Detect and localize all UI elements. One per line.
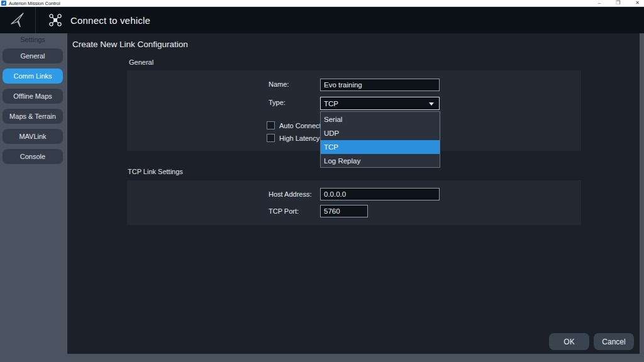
sidebar-item-maps-terrain[interactable]: Maps & Terrain [3, 109, 63, 124]
sidebar-item-mavlink[interactable]: MAVLink [3, 129, 63, 144]
name-label: Name: [269, 80, 289, 88]
tcp-section-panel [127, 180, 581, 225]
horizontal-scrollbar[interactable] [0, 354, 644, 362]
sidebar-heading: Settings [0, 36, 65, 43]
type-label: Type: [269, 99, 286, 106]
header-title: Connect to vehicle [70, 15, 150, 26]
tcp-port-input[interactable] [320, 205, 368, 217]
high-latency-checkbox[interactable] [267, 134, 275, 142]
auterion-logo-icon [0, 7, 36, 33]
maximize-button[interactable]: ❐ [616, 0, 620, 6]
type-combobox[interactable]: TCP [320, 97, 440, 110]
host-address-input[interactable] [320, 188, 440, 200]
settings-panel: Create New Link Configuration General Na… [67, 33, 640, 354]
titlebar: Auterion Mission Control – ❐ ✕ [0, 0, 644, 7]
general-section-heading: General [129, 58, 153, 66]
sidebar-item-console[interactable]: Console [3, 149, 63, 164]
app-title: Auterion Mission Control [9, 1, 60, 6]
sidebar-item-offline-maps[interactable]: Offline Maps [3, 89, 63, 104]
dropdown-option-serial[interactable]: Serial [321, 112, 440, 126]
header: Connect to vehicle [0, 7, 644, 33]
chevron-down-icon [429, 102, 434, 106]
vertical-scrollbar[interactable] [640, 33, 644, 354]
cancel-button[interactable]: Cancel [594, 333, 634, 350]
sidebar-item-comm-links[interactable]: Comm Links [3, 69, 63, 84]
type-dropdown-popup: Serial UDP TCP Log Replay [320, 111, 440, 168]
auto-connect-label: Auto Connect [279, 122, 321, 129]
minimize-button[interactable]: – [598, 0, 601, 6]
ok-button[interactable]: OK [549, 333, 589, 350]
dropdown-option-tcp[interactable]: TCP [321, 140, 440, 154]
drone-icon [48, 13, 62, 27]
high-latency-label: High Latency [279, 134, 319, 142]
close-button[interactable]: ✕ [635, 0, 640, 6]
page-title: Create New Link Configuration [72, 40, 188, 49]
tcp-port-label: TCP Port: [269, 207, 299, 215]
sidebar-item-general[interactable]: General [3, 48, 63, 63]
auto-connect-checkbox[interactable] [267, 121, 275, 129]
name-input[interactable] [320, 79, 440, 91]
app-icon [1, 1, 6, 6]
type-combobox-value: TCP [324, 100, 338, 107]
host-address-label: Host Address: [269, 190, 311, 198]
tcp-section-heading: TCP Link Settings [128, 168, 183, 175]
dropdown-option-log-replay[interactable]: Log Replay [321, 154, 440, 168]
sidebar: Settings General Comm Links Offline Maps… [0, 33, 65, 362]
dropdown-option-udp[interactable]: UDP [321, 126, 440, 140]
